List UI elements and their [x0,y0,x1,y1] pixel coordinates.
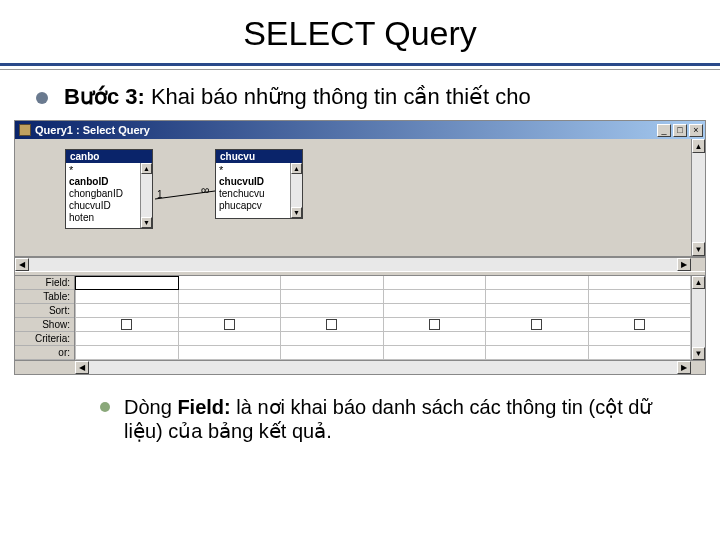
upper-hscrollbar[interactable]: ◀ ▶ [15,258,691,271]
show-checkbox[interactable] [179,318,282,332]
grid-cell[interactable] [589,346,692,360]
field-canboID[interactable]: canboID [69,176,137,188]
table-canbo-scrollbar[interactable]: ▲ ▼ [140,163,152,228]
table-relationship-pane: canbo * canboID chongbanID chucvuID hote… [15,139,705,257]
table-chucvu-fields[interactable]: * chucvuID tenchucvu phucapcv [216,163,290,218]
minimize-button[interactable]: _ [657,124,671,137]
grid-hscrollbar[interactable]: ◀ ▶ [75,361,691,374]
step-3-text: Bước 3: Khai báo những thông tin cần thi… [64,84,531,110]
close-button[interactable]: × [689,124,703,137]
field-chongbanID[interactable]: chongbanID [69,188,137,200]
grid-cell[interactable] [486,346,589,360]
grid-cell[interactable] [281,332,384,346]
sub-bullet-icon [100,402,110,412]
scroll-down-icon[interactable]: ▼ [692,242,705,256]
grid-cell[interactable] [486,332,589,346]
upper-vscrollbar[interactable]: ▲ ▼ [691,139,705,256]
scroll-down-icon[interactable]: ▼ [692,347,705,360]
grid-cell[interactable] [486,276,589,290]
field-hoten[interactable]: hoten [69,212,137,224]
grid-row-or [75,346,691,360]
show-checkbox[interactable] [486,318,589,332]
grid-cell[interactable] [179,346,282,360]
scroll-up-icon[interactable]: ▲ [692,139,705,153]
field-star[interactable]: * [219,164,287,176]
show-checkbox[interactable] [281,318,384,332]
grid-cell[interactable] [384,290,487,304]
field-phucapcv[interactable]: phucapcv [219,200,287,212]
field-tenchucvu[interactable]: tenchucvu [219,188,287,200]
grid-cell[interactable] [589,290,692,304]
table-chucvu[interactable]: chucvu * chucvuID tenchucvu phucapcv ▲ ▼ [215,149,303,219]
grid-cell[interactable] [281,290,384,304]
grid-cell[interactable] [384,276,487,290]
scroll-left-icon[interactable]: ◀ [75,361,89,374]
grid-cell[interactable] [384,332,487,346]
titlebar[interactable]: Query1 : Select Query _ □ × [15,121,705,139]
scroll-up-icon[interactable]: ▲ [692,276,705,289]
grid-cell[interactable] [384,346,487,360]
field-star[interactable]: * [69,164,137,176]
table-canbo-header: canbo [66,150,152,163]
scroll-track[interactable] [692,153,705,242]
show-checkbox[interactable] [384,318,487,332]
scroll-up-icon[interactable]: ▲ [291,163,302,174]
field-chucvuID[interactable]: chucvuID [219,176,287,188]
slide-title: SELECT Query [0,0,720,63]
scroll-up-icon[interactable]: ▲ [141,163,152,174]
grid-cell[interactable] [589,276,692,290]
grid-cell[interactable] [384,304,487,318]
table-canbo-fields[interactable]: * canboID chongbanID chucvuID hoten [66,163,140,228]
show-checkbox[interactable] [75,318,179,332]
label-field: Field: [15,276,74,290]
grid-cell[interactable] [281,276,384,290]
grid-cell[interactable] [179,332,282,346]
grid-vscrollbar[interactable]: ▲ ▼ [691,276,705,360]
table-chucvu-header: chucvu [216,150,302,163]
scroll-right-icon[interactable]: ▶ [677,258,691,271]
scroll-left-icon[interactable]: ◀ [15,258,29,271]
scroll-track[interactable] [89,361,677,374]
grid-cell[interactable] [75,276,179,290]
scroll-corner [691,258,705,271]
grid-cell[interactable] [179,304,282,318]
maximize-button[interactable]: □ [673,124,687,137]
grid-cell[interactable] [589,332,692,346]
label-table: Table: [15,290,74,304]
scroll-track[interactable] [141,174,152,217]
grid-hscroll-row: ◀ ▶ [15,360,705,374]
grid-cell[interactable] [281,346,384,360]
grid-cell[interactable] [589,304,692,318]
grid-cell[interactable] [75,304,179,318]
grid-cell[interactable] [75,346,179,360]
grid-row-criteria [75,332,691,346]
label-sort: Sort: [15,304,74,318]
grid-cell[interactable] [75,290,179,304]
step-3-desc: Khai báo những thông tin cần thiết cho [145,84,531,109]
query-icon [19,124,31,136]
grid-cell[interactable] [486,290,589,304]
scroll-corner [691,361,705,374]
grid-cell[interactable] [75,332,179,346]
window-buttons: _ □ × [657,124,703,137]
grid-cell[interactable] [179,276,282,290]
scroll-down-icon[interactable]: ▼ [291,207,302,218]
grid-cell[interactable] [281,304,384,318]
label-show: Show: [15,318,74,332]
table-chucvu-scrollbar[interactable]: ▲ ▼ [290,163,302,218]
scroll-track[interactable] [29,258,677,271]
grid-corner-left [15,361,75,374]
label-or: or: [15,346,74,360]
grid-cell[interactable] [179,290,282,304]
sub-label: Field: [177,396,230,418]
diagram-area[interactable]: canbo * canboID chongbanID chucvuID hote… [15,139,691,256]
field-chucvuID[interactable]: chucvuID [69,200,137,212]
table-canbo[interactable]: canbo * canboID chongbanID chucvuID hote… [65,149,153,229]
show-checkbox[interactable] [589,318,692,332]
qbe-grid-pane: Field: Table: Sort: Show: Criteria: or: [15,276,705,374]
scroll-down-icon[interactable]: ▼ [141,217,152,228]
scroll-track[interactable] [291,174,302,207]
scroll-track[interactable] [692,289,705,347]
grid-cell[interactable] [486,304,589,318]
scroll-right-icon[interactable]: ▶ [677,361,691,374]
